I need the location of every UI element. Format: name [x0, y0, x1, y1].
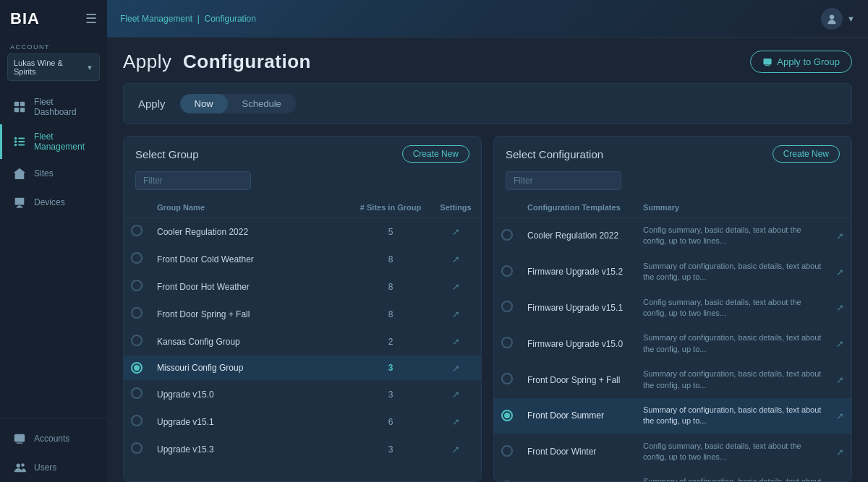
toggle-now-button[interactable]: Now	[180, 94, 228, 113]
table-row[interactable]: Front Door Spring + Fall 8 ➚	[124, 301, 481, 328]
user-avatar[interactable]	[821, 8, 843, 30]
config-expand-cell[interactable]: ➚	[829, 397, 851, 434]
expand-icon[interactable]: ➚	[836, 231, 844, 241]
expand-icon[interactable]: ➚	[452, 254, 460, 264]
group-settings-cell[interactable]: ➚	[430, 328, 481, 356]
expand-icon[interactable]: ➚	[836, 374, 844, 385]
apply-group-icon	[762, 57, 773, 67]
radio-button[interactable]	[131, 387, 142, 399]
config-expand-cell[interactable]: ➚	[829, 470, 851, 481]
radio-button[interactable]	[131, 442, 142, 454]
config-expand-cell[interactable]: ➚	[829, 290, 851, 326]
hamburger-icon[interactable]: ☰	[85, 11, 97, 27]
expand-icon[interactable]: ➚	[452, 444, 460, 455]
group-settings-cell[interactable]: ➚	[430, 381, 481, 408]
expand-icon[interactable]: ➚	[452, 416, 460, 427]
table-row[interactable]: Front Door Summer Summary of configurati…	[494, 397, 851, 434]
expand-icon[interactable]: ➚	[452, 363, 460, 374]
table-row[interactable]: Front Door Winter Config summary, basic …	[494, 434, 851, 470]
breadcrumb-current[interactable]: Configuration	[205, 14, 256, 24]
expand-icon[interactable]: ➚	[836, 302, 844, 313]
group-settings-cell[interactable]: ➚	[430, 356, 481, 381]
group-settings-cell[interactable]: ➚	[430, 218, 481, 246]
group-sites-cell: 3	[351, 381, 430, 408]
expand-icon[interactable]: ➚	[836, 447, 844, 457]
svg-rect-20	[764, 59, 772, 64]
expand-icon[interactable]: ➚	[836, 338, 844, 349]
radio-button[interactable]	[131, 280, 142, 291]
chevron-down-icon[interactable]: ▼	[847, 14, 855, 23]
radio-button[interactable]	[501, 481, 513, 481]
group-settings-cell[interactable]: ➚	[430, 273, 481, 301]
table-row[interactable]: Upgrade v15.1 6 ➚	[124, 408, 481, 436]
apply-to-group-button[interactable]: Apply to Group	[750, 51, 852, 73]
group-filter-input[interactable]	[135, 171, 251, 190]
table-row[interactable]: Front Door Spring + Fall Summary of conf…	[494, 362, 851, 398]
users-icon	[12, 460, 27, 475]
radio-button[interactable]	[501, 337, 513, 348]
expand-icon[interactable]: ➚	[836, 410, 844, 421]
group-table-body: Cooler Regulation 2022 5 ➚ Front Door Co…	[124, 218, 481, 463]
table-row[interactable]: Cooler Regulation 2022 5 ➚	[124, 218, 481, 246]
config-expand-cell[interactable]: ➚	[829, 326, 851, 362]
group-settings-cell[interactable]: ➚	[430, 436, 481, 463]
sidebar-item-label: Users	[34, 462, 56, 473]
expand-icon[interactable]: ➚	[452, 309, 460, 319]
sidebar-item-fleet-management[interactable]: Fleet Management	[0, 124, 107, 159]
sidebar-item-accounts[interactable]: Accounts	[0, 424, 107, 453]
config-expand-cell[interactable]: ➚	[829, 434, 851, 470]
config-filter-input[interactable]	[506, 171, 621, 190]
config-summary-cell: Config summary, basic details, text abou…	[636, 434, 829, 470]
group-settings-cell[interactable]: ➚	[430, 301, 481, 328]
radio-button[interactable]	[131, 225, 142, 236]
radio-button[interactable]	[501, 301, 513, 312]
expand-icon[interactable]: ➚	[836, 267, 844, 277]
radio-button[interactable]	[501, 229, 513, 241]
group-name-cell: Missouri Config Group	[150, 356, 351, 381]
table-row[interactable]: Upgrade v15.3 3 ➚	[124, 436, 481, 463]
table-row[interactable]: Kansas Config Group 2 ➚	[124, 328, 481, 356]
radio-button[interactable]	[501, 265, 513, 277]
config-expand-cell[interactable]: ➚	[829, 362, 851, 398]
sidebar-item-devices[interactable]: Devices	[0, 188, 107, 217]
expand-icon[interactable]: ➚	[452, 389, 460, 400]
table-row[interactable]: Firmware Upgrade v15.0 Summary of config…	[494, 326, 851, 362]
toggle-schedule-button[interactable]: Schedule	[228, 94, 296, 113]
table-row[interactable]: Cooler Regulation 2022 Config summary, b…	[494, 218, 851, 254]
group-name-cell: Upgrade v15.3	[150, 436, 351, 463]
topbar-right: ▼	[821, 8, 855, 30]
radio-button[interactable]	[131, 362, 142, 374]
config-expand-cell[interactable]: ➚	[829, 218, 851, 254]
group-create-new-button[interactable]: Create New	[402, 145, 469, 163]
table-row[interactable]: Firmware Upgrade v15.2 Summary of config…	[494, 254, 851, 290]
account-selector[interactable]: Lukas Wine & Spirits ▼	[7, 53, 100, 81]
radio-button[interactable]	[501, 445, 513, 457]
radio-button[interactable]	[501, 410, 513, 421]
select-config-panel: Select Configuration Create New Configur…	[493, 136, 852, 482]
radio-button[interactable]	[131, 415, 142, 426]
table-row[interactable]: Front Door Cold Weather 8 ➚	[124, 246, 481, 273]
table-row[interactable]: Missouri Config Group 3 ➚	[124, 356, 481, 381]
sidebar-item-sites[interactable]: Sites	[0, 159, 107, 188]
radio-button[interactable]	[501, 373, 513, 384]
radio-button[interactable]	[131, 252, 142, 264]
svg-rect-0	[14, 102, 19, 106]
table-row[interactable]: Front Door Hot Weather 8 ➚	[124, 273, 481, 301]
sidebar-item-label: Sites	[34, 168, 54, 178]
group-settings-cell[interactable]: ➚	[430, 246, 481, 273]
group-panel-header: Select Group Create New	[124, 137, 481, 171]
sidebar-item-fleet-dashboard[interactable]: Fleet Dashboard	[0, 90, 107, 124]
expand-icon[interactable]: ➚	[452, 281, 460, 292]
table-row[interactable]: Firmware Upgrade v15.1 Config summary, b…	[494, 290, 851, 326]
sidebar-item-users[interactable]: Users	[0, 453, 107, 482]
group-panel-title: Select Group	[135, 148, 199, 160]
group-settings-cell[interactable]: ➚	[430, 408, 481, 436]
expand-icon[interactable]: ➚	[452, 226, 460, 237]
radio-button[interactable]	[131, 307, 142, 319]
table-row[interactable]: Kansas Configuration Summary of configur…	[494, 470, 851, 481]
radio-button[interactable]	[131, 335, 142, 346]
config-create-new-button[interactable]: Create New	[773, 145, 840, 163]
expand-icon[interactable]: ➚	[452, 336, 460, 347]
config-expand-cell[interactable]: ➚	[829, 254, 851, 290]
table-row[interactable]: Upgrade v15.0 3 ➚	[124, 381, 481, 408]
